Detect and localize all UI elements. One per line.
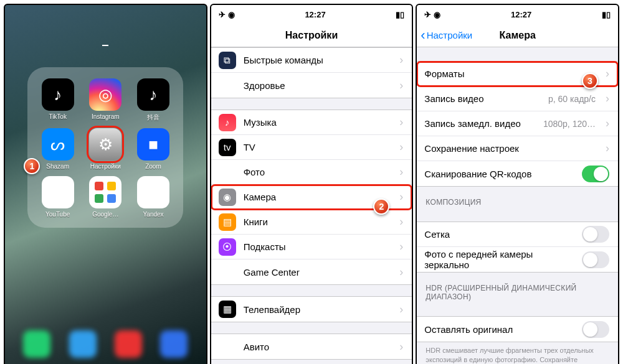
shortcuts-icon: ⧉ bbox=[219, 52, 236, 69]
toggle[interactable] bbox=[582, 251, 609, 268]
row-label: Оставлять оригинал bbox=[424, 324, 574, 335]
app-label: Instagram bbox=[92, 113, 119, 120]
app-label: Zoom bbox=[145, 163, 161, 170]
shazam-icon: ᔕ bbox=[42, 128, 74, 161]
row-label: Запись замедл. видео bbox=[424, 118, 536, 129]
row-game-center[interactable]: ⚙Game Center› bbox=[211, 259, 412, 284]
tvprov-icon: ▦ bbox=[219, 301, 236, 318]
camera-icon: ◉ bbox=[219, 189, 236, 206]
chevron-right-icon: › bbox=[399, 141, 403, 154]
step-badge-3: 3 bbox=[582, 73, 598, 89]
douyin-icon: ♪ bbox=[137, 78, 169, 111]
camera-settings-list[interactable]: Форматы›3Запись видеор, 60 кадр/с›Запись… bbox=[417, 47, 618, 364]
photos-icon: ✿ bbox=[219, 164, 236, 181]
row-запись-видео[interactable]: Запись видеор, 60 кадр/с› bbox=[417, 86, 618, 111]
settings-list[interactable]: ⧉Быстрые команды›♥Здоровье›♪Музыка›tvTV›… bbox=[211, 47, 412, 364]
row-быстрые-команды[interactable]: ⧉Быстрые команды› bbox=[211, 48, 412, 73]
chevron-right-icon: › bbox=[399, 215, 403, 228]
battery-icon: ▮▯ bbox=[396, 10, 404, 19]
app-label: TikTok bbox=[49, 113, 67, 120]
app-youtube[interactable]: ▶YouTube bbox=[37, 176, 78, 218]
row-запись-замедл-видео[interactable]: Запись замедл. видео1080p, 120…› bbox=[417, 111, 618, 136]
row-label: Сканирование QR-кодов bbox=[424, 169, 574, 179]
row-label: Game Center bbox=[244, 267, 390, 278]
app-folder[interactable]: ♪TikTok◎Instagram♪抖音ᔕShazam⚙Настройки■Zo… bbox=[27, 67, 183, 228]
app-google[interactable]: Google… bbox=[85, 176, 126, 218]
avito-icon: ▲ bbox=[219, 338, 236, 355]
airplane-icon: ✈ bbox=[424, 10, 431, 19]
app-label: Google… bbox=[92, 211, 118, 218]
row-tv[interactable]: tvTV› bbox=[211, 135, 412, 160]
chevron-right-icon: › bbox=[399, 190, 403, 203]
app-label: 抖音 bbox=[147, 113, 159, 122]
chevron-left-icon: ‹ bbox=[421, 27, 425, 44]
row-фото-с-передней-камеры-зеркально[interactable]: Фото с передней камеры зеркально bbox=[417, 247, 618, 272]
toggle[interactable] bbox=[582, 226, 609, 243]
row-камера[interactable]: ◉Камера›2 bbox=[211, 185, 412, 210]
row-сканирование-qr-кодов[interactable]: Сканирование QR-кодов bbox=[417, 161, 618, 186]
app-label: Yandex bbox=[143, 211, 163, 218]
chevron-right-icon: › bbox=[399, 116, 403, 129]
row-здоровье[interactable]: ♥Здоровье› bbox=[211, 73, 412, 98]
row-label: Фото с передней камеры зеркально bbox=[424, 249, 574, 270]
panel-camera-settings: ✈◉ 12:27 ▮▯ ‹ Настройки Камера Форматы›3… bbox=[416, 4, 619, 364]
app-douyin[interactable]: ♪抖音 bbox=[133, 78, 174, 122]
section-footer: HDR смешивает лучшие фрагменты трех отде… bbox=[417, 342, 618, 364]
row-label: Телепвайдер bbox=[244, 304, 390, 315]
row-авито[interactable]: ▲Авито› bbox=[211, 334, 412, 359]
page-title: Камера bbox=[500, 30, 536, 41]
row-label: Быстрые команды bbox=[244, 55, 390, 65]
row-сохранение-настроек[interactable]: Сохранение настроек› bbox=[417, 136, 618, 161]
status-time: 12:27 bbox=[305, 10, 325, 19]
app-tiktok[interactable]: ♪TikTok bbox=[37, 78, 78, 122]
navbar: ‹ Настройки Камера bbox=[417, 24, 618, 47]
zoom-icon: ■ bbox=[137, 128, 169, 161]
row-оставлять-оригинал[interactable]: Оставлять оригинал bbox=[417, 317, 618, 342]
toggle[interactable] bbox=[582, 166, 609, 182]
row-label: TV bbox=[244, 142, 390, 152]
row-сетка[interactable]: Сетка bbox=[417, 222, 618, 247]
row-фото[interactable]: ✿Фото› bbox=[211, 160, 412, 185]
app-settings[interactable]: ⚙Настройки bbox=[85, 128, 126, 170]
status-bar: ✈◉ 12:27 ▮▯ bbox=[417, 5, 618, 24]
music-icon: ♪ bbox=[219, 114, 236, 131]
app-zoom[interactable]: ■Zoom bbox=[133, 128, 174, 170]
page-title: Настройки bbox=[285, 30, 338, 41]
row-label: Здоровье bbox=[244, 80, 390, 91]
row-label: Форматы bbox=[424, 68, 596, 79]
row-label: Камера bbox=[244, 192, 390, 202]
chevron-right-icon: › bbox=[399, 54, 403, 67]
app-insta[interactable]: ◎Instagram bbox=[85, 78, 126, 122]
row-label: Сетка bbox=[424, 229, 574, 240]
row-телепвайдер[interactable]: ▦Телепвайдер› bbox=[211, 297, 412, 322]
row-label: Книги bbox=[244, 217, 390, 227]
row-label: Музыка bbox=[244, 117, 390, 128]
section-header: HDR (РАСШИРЕННЫЙ ДИНАМИЧЕСКИЙ ДИАПАЗОН) bbox=[417, 273, 618, 305]
toggle[interactable] bbox=[582, 321, 609, 338]
settings-icon: ⚙ bbox=[89, 128, 121, 161]
google-icon bbox=[89, 176, 121, 208]
row-подкасты[interactable]: ⦿Подкасты› bbox=[211, 235, 412, 259]
app-shazam[interactable]: ᔕShazam bbox=[37, 128, 78, 170]
dock bbox=[5, 322, 206, 364]
wifi-icon: ◉ bbox=[434, 10, 440, 19]
row-label: Авито bbox=[244, 342, 390, 352]
tv-icon: tv bbox=[219, 139, 236, 156]
panel-home-screen: ♪TikTok◎Instagram♪抖音ᔕShazam⚙Настройки■Zo… bbox=[4, 4, 207, 364]
app-yandex[interactable]: YYandex bbox=[133, 176, 174, 218]
chevron-right-icon: › bbox=[399, 79, 403, 92]
back-label: Настройки bbox=[427, 30, 473, 40]
chevron-right-icon: › bbox=[399, 340, 403, 353]
back-button[interactable]: ‹ Настройки bbox=[421, 27, 472, 44]
app-label: Настройки bbox=[90, 163, 121, 170]
row-музыка[interactable]: ♪Музыка› bbox=[211, 110, 412, 135]
chevron-right-icon: › bbox=[399, 166, 403, 179]
row-label: Фото bbox=[244, 167, 390, 177]
row-value: 1080p, 120… bbox=[543, 119, 596, 129]
chevron-right-icon: › bbox=[399, 303, 403, 316]
gc-icon: ⚙ bbox=[219, 263, 236, 281]
navbar: Настройки bbox=[211, 24, 412, 47]
row-label: Запись видео bbox=[424, 93, 541, 104]
podcasts-icon: ⦿ bbox=[219, 238, 236, 256]
row-форматы[interactable]: Форматы›3 bbox=[417, 62, 618, 86]
